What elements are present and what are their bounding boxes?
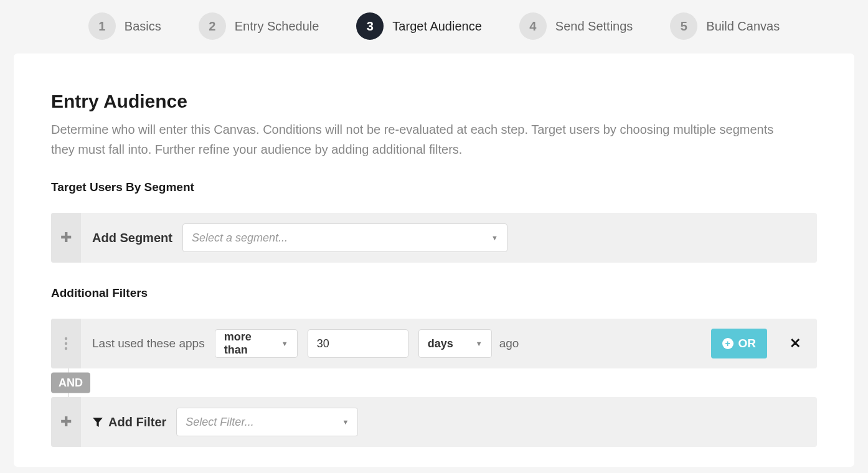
add-filter-row: ✚ Add Filter Select Filter... ▼ [51,397,817,447]
filter-suffix: ago [499,337,519,350]
filter-icon [92,416,103,428]
svg-point-2 [65,347,67,350]
filter-type-placeholder: Select Filter... [186,416,253,429]
svg-point-1 [65,342,67,345]
plus-circle-icon: + [722,338,734,349]
step-number: 5 [670,12,697,40]
step-build-canvas[interactable]: 5 Build Canvas [670,12,780,40]
svg-point-0 [65,337,67,340]
plus-icon: ✚ [60,414,72,430]
step-label: Target Audience [392,19,481,34]
page-title: Entry Audience [51,91,817,112]
remove-filter-button[interactable]: ✕ [778,335,817,352]
chevron-down-icon: ▼ [342,418,349,426]
filter-row: Last used these apps more than ▼ days ▼ … [51,319,817,368]
page-description: Determine who will enter this Canvas. Co… [51,119,798,159]
step-number: 1 [88,12,116,40]
step-label: Build Canvas [706,19,780,34]
content-card: Entry Audience Determine who will enter … [14,54,854,467]
chevron-down-icon: ▼ [476,340,483,347]
step-basics[interactable]: 1 Basics [88,12,161,40]
chevron-down-icon: ▼ [491,234,498,241]
chevron-down-icon: ▼ [281,340,288,347]
segments-heading: Target Users By Segment [51,180,817,194]
add-filter-plus-button[interactable]: ✚ [51,397,81,447]
step-target-audience[interactable]: 3 Target Audience [356,12,481,40]
wizard-steps: 1 Basics 2 Entry Schedule 3 Target Audie… [0,0,868,54]
unit-value: days [428,337,453,350]
and-badge: AND [51,373,90,393]
step-send-settings[interactable]: 4 Send Settings [519,12,633,40]
comparator-value: more than [224,330,271,357]
step-label: Basics [125,19,161,34]
add-filter-label: Add Filter [92,415,166,429]
unit-select[interactable]: days ▼ [418,329,492,358]
filters-heading: Additional Filters [51,286,817,300]
or-label: OR [738,337,757,350]
filter-label: Last used these apps [92,337,205,350]
add-segment-row: ✚ Add Segment Select a segment... ▼ [51,213,817,263]
add-segment-plus-button[interactable]: ✚ [51,213,81,263]
value-input[interactable] [308,329,408,358]
and-connector: AND [68,368,69,398]
close-icon: ✕ [790,335,801,351]
segment-select-placeholder: Select a segment... [192,232,288,245]
step-label: Entry Schedule [235,19,319,34]
drag-handle[interactable] [51,319,81,368]
add-segment-label: Add Segment [92,231,172,245]
step-number: 2 [199,12,226,40]
step-entry-schedule[interactable]: 2 Entry Schedule [199,12,319,40]
step-number: 4 [519,12,547,40]
comparator-select[interactable]: more than ▼ [215,329,298,358]
drag-handle-icon [64,336,68,351]
step-label: Send Settings [555,19,633,34]
filter-type-select[interactable]: Select Filter... ▼ [176,408,358,436]
plus-icon: ✚ [60,230,72,246]
add-or-button[interactable]: + OR [711,329,768,358]
segment-select[interactable]: Select a segment... ▼ [182,223,507,252]
step-number: 3 [356,12,384,40]
